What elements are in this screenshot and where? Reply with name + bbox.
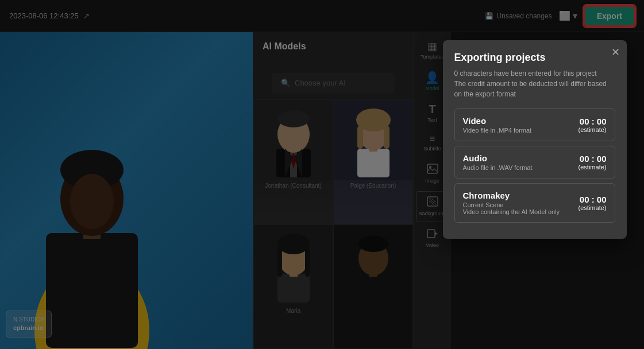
chromakey-estimate: (estimate) [579, 204, 607, 211]
subtitle-line2: The credit amount to be deducted will di… [454, 80, 607, 88]
chromakey-option-left: Chromakey Current Scene Video containing… [463, 191, 560, 215]
video-time: 00 : 00 [579, 117, 607, 126]
modal-close-button[interactable]: ✕ [611, 47, 620, 57]
subtitle-line3: on the export format [454, 90, 516, 98]
export-option-video[interactable]: Video Video file in .MP4 format 00 : 00 … [454, 108, 615, 141]
modal-subtitle: 0 characters have been entered for this … [454, 68, 615, 99]
modal-overlay: ✕ Exporting projects 0 characters have b… [0, 0, 644, 349]
audio-option-left: Audio Audio file in .WAV format [463, 153, 533, 171]
video-option-left: Video Video file in .MP4 format [463, 116, 532, 134]
chromakey-desc-line1: Current Scene [463, 201, 560, 208]
video-estimate: (estimate) [579, 126, 607, 133]
app-container: 2023-08-06 12:43:25 ↗ 💾 Unsaved changes … [0, 0, 644, 349]
video-option-title: Video [463, 116, 532, 126]
audio-time: 00 : 00 [579, 154, 607, 164]
export-modal: ✕ Exporting projects 0 characters have b… [443, 40, 627, 239]
modal-title: Exporting projects [454, 52, 615, 64]
chromakey-option-title: Chromakey [463, 191, 560, 200]
export-option-audio[interactable]: Audio Audio file in .WAV format 00 : 00 … [454, 146, 615, 179]
video-option-desc: Video file in .MP4 format [463, 127, 532, 134]
audio-time-block: 00 : 00 (estimate) [579, 154, 607, 170]
chromakey-time-block: 00 : 00 (estimate) [579, 195, 607, 211]
video-time-block: 00 : 00 (estimate) [579, 117, 607, 133]
chromakey-time: 00 : 00 [579, 195, 607, 204]
subtitle-line1: 0 characters have been entered for this … [454, 69, 597, 77]
export-option-chromakey[interactable]: Chromakey Current Scene Video containing… [454, 183, 615, 223]
audio-estimate: (estimate) [579, 164, 607, 170]
audio-option-desc: Audio file in .WAV format [463, 164, 533, 171]
audio-option-title: Audio [463, 153, 533, 163]
chromakey-desc-line2: Video containing the AI Model only [463, 208, 560, 215]
